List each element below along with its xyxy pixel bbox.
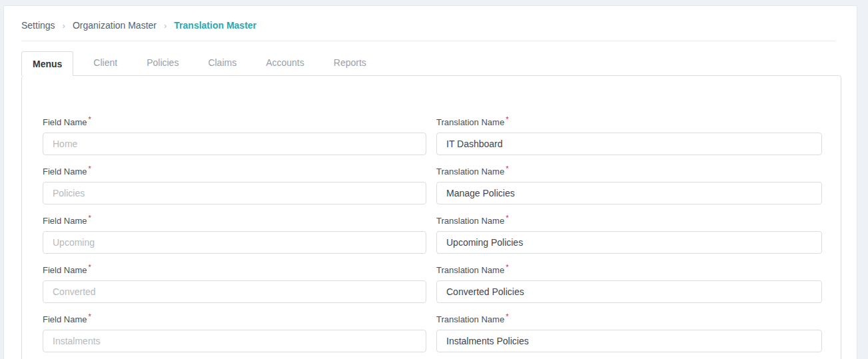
field-name-input[interactable]: [43, 231, 426, 254]
translation-name-cell: Translation Name*: [436, 265, 822, 303]
breadcrumb-item-organization-master[interactable]: Organization Master: [73, 20, 157, 31]
translation-name-cell: Translation Name*: [436, 167, 822, 204]
required-asterisk: *: [88, 214, 91, 222]
required-asterisk: *: [506, 165, 508, 173]
field-name-cell: Field Name*: [43, 265, 426, 303]
breadcrumb-item-translation-master: Translation Master: [174, 20, 256, 31]
translation-name-cell: Translation Name*: [436, 117, 822, 155]
field-name-label-text: Field Name: [43, 314, 87, 324]
required-asterisk: *: [88, 115, 91, 123]
chevron-right-icon: ›: [164, 21, 167, 31]
field-name-label-text: Field Name: [43, 117, 87, 127]
field-name-cell: Field Name*: [43, 117, 426, 155]
field-name-input[interactable]: [43, 330, 426, 352]
translation-name-label-text: Translation Name: [436, 167, 504, 177]
chevron-right-icon: ›: [63, 21, 65, 31]
field-name-label: Field Name*: [43, 117, 426, 127]
translation-name-label: Translation Name*: [436, 167, 822, 177]
tab-policies[interactable]: Policies: [136, 51, 189, 75]
breadcrumb-item-settings[interactable]: Settings: [21, 20, 55, 31]
field-name-cell: Field Name*: [43, 216, 426, 254]
breadcrumb: Settings › Organization Master › Transla…: [4, 6, 857, 31]
breadcrumb-divider: [21, 41, 835, 41]
required-asterisk: *: [506, 115, 508, 123]
translation-name-label: Translation Name*: [436, 314, 822, 324]
tab-client[interactable]: Client: [83, 51, 128, 75]
required-asterisk: *: [88, 165, 91, 173]
translation-name-cell: Translation Name*: [436, 216, 822, 254]
required-asterisk: *: [506, 312, 508, 320]
tab-bar: Menus Client Policies Claims Accounts Re…: [21, 51, 857, 75]
tab-menus[interactable]: Menus: [21, 51, 73, 76]
translation-name-label-text: Translation Name: [436, 314, 504, 324]
translation-name-cell: Translation Name*: [436, 314, 822, 352]
required-asterisk: *: [506, 214, 508, 222]
translation-name-input[interactable]: [436, 280, 822, 303]
translation-name-label-text: Translation Name: [436, 117, 504, 127]
field-name-label: Field Name*: [43, 314, 426, 324]
translation-name-label: Translation Name*: [436, 117, 822, 127]
field-name-label: Field Name*: [43, 265, 426, 275]
tab-claims[interactable]: Claims: [197, 51, 247, 75]
menus-tab-panel: Field Name* Translation Name* Field Name…: [21, 75, 841, 359]
required-asterisk: *: [88, 312, 91, 320]
field-name-input[interactable]: [43, 182, 426, 204]
field-name-cell: Field Name*: [43, 314, 426, 352]
translation-name-input[interactable]: [436, 231, 822, 254]
field-name-input[interactable]: [43, 133, 426, 155]
translation-name-label-text: Translation Name: [436, 216, 504, 226]
translation-name-input[interactable]: [436, 182, 822, 204]
tab-accounts[interactable]: Accounts: [255, 51, 315, 75]
tab-reports[interactable]: Reports: [323, 51, 377, 75]
field-name-label: Field Name*: [43, 167, 426, 177]
translation-name-label: Translation Name*: [436, 265, 822, 275]
field-name-cell: Field Name*: [43, 167, 426, 204]
translation-form: Field Name* Translation Name* Field Name…: [43, 117, 821, 352]
field-name-label-text: Field Name: [43, 216, 87, 226]
field-name-label: Field Name*: [43, 216, 426, 226]
settings-card: Settings › Organization Master › Transla…: [3, 5, 857, 359]
translation-name-input[interactable]: [436, 133, 822, 155]
translation-name-label: Translation Name*: [436, 216, 822, 226]
field-name-label-text: Field Name: [43, 265, 87, 275]
field-name-input[interactable]: [43, 280, 426, 303]
translation-name-input[interactable]: [436, 330, 822, 352]
translation-name-label-text: Translation Name: [436, 265, 504, 275]
field-name-label-text: Field Name: [43, 167, 87, 177]
required-asterisk: *: [88, 263, 91, 271]
required-asterisk: *: [506, 263, 508, 271]
